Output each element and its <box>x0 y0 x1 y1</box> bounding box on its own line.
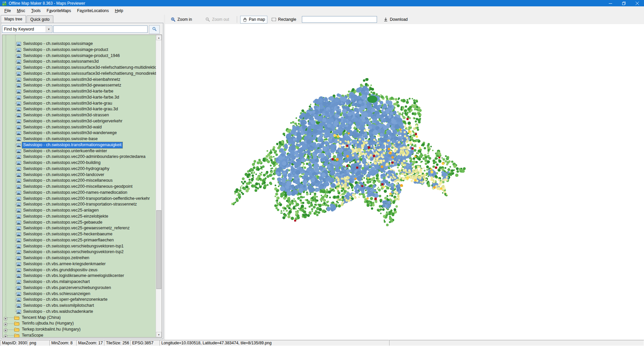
expand-plus-icon[interactable] <box>4 316 7 319</box>
map-image-icon <box>16 196 21 201</box>
tree-item-label: Swisstopo - ch.swisstopo.vec200-miscella… <box>22 184 133 190</box>
tree-item[interactable]: Swisstopo - ch.swisstopo.swissimage-prod… <box>2 53 156 59</box>
tree-item-label: Swisstopo - ch.vbs.grunddispositiv-zeus <box>22 267 99 273</box>
tree-item[interactable]: Swisstopo - ch.swisstopo.swisstlm3d-stra… <box>2 112 156 118</box>
tree-item[interactable]: Swisstopo - ch.swisstopo.vec200-transpor… <box>2 201 156 208</box>
map-image-icon <box>16 71 21 76</box>
tree-item[interactable]: Swisstopo - ch.swisstopo.vec25-einzelobj… <box>2 214 156 220</box>
tree-item[interactable]: Swisstopo - ch.swisstopo.swisstlm3d-eise… <box>2 77 156 83</box>
menu-item-file[interactable]: File <box>1 7 14 14</box>
map-image-icon <box>16 226 21 231</box>
expand-plus-icon[interactable] <box>4 334 7 337</box>
combo-dropdown-icon[interactable]: ▼ <box>46 26 52 32</box>
tree-item[interactable]: Swisstopo - ch.swisstopo.swissnames3d <box>2 59 156 65</box>
expand-plus-icon[interactable] <box>4 322 7 325</box>
map-canvas[interactable] <box>165 24 644 340</box>
map-image-icon <box>16 125 21 130</box>
tree-item[interactable]: Swisstopo - ch.swisstopo.verschiebungsve… <box>2 249 156 255</box>
tree-item-label: Terinfo.ujbuda.hu (Hungary) <box>21 321 75 327</box>
tree-folder[interactable]: TerraScope <box>2 333 156 337</box>
tree-item[interactable]: Swisstopo - ch.swisstopo.transformations… <box>2 142 156 148</box>
search-input[interactable] <box>53 25 148 33</box>
tree-item[interactable]: Swisstopo - ch.swisstopo.zeitreihen <box>2 255 156 261</box>
download-button[interactable]: Download <box>381 16 410 23</box>
status-cell-filler <box>389 340 644 346</box>
tree-item[interactable]: Swisstopo - ch.swisstopo.swisstlm3d-gewa… <box>2 82 156 89</box>
tree-item[interactable]: Swisstopo - ch.swisstopo.vec200-building <box>2 160 156 166</box>
tree-item[interactable]: Swisstopo - ch.swisstopo.swisstlm3d-uebr… <box>2 118 156 124</box>
tree-item[interactable]: Swisstopo - ch.swisstopo.swisstlm3d-wald <box>2 124 156 130</box>
tree-item[interactable]: Swisstopo - ch.swisstopo.vec200-names-na… <box>2 190 156 196</box>
tree-item[interactable]: Swisstopo - ch.swisstopo.swissimage <box>2 41 156 47</box>
tree-item[interactable]: Swisstopo - ch.swisstopo.swisstlm3d-kart… <box>2 95 156 101</box>
map-image-icon <box>16 113 21 118</box>
rectangle-button[interactable]: Rectangle <box>269 16 299 23</box>
tree-item[interactable]: Swisstopo - ch.vbs.swissmilpilotschart <box>2 303 156 309</box>
tree-item[interactable]: Swisstopo - ch.swisstopo.vec200-miscella… <box>2 184 156 190</box>
tree-item[interactable]: Swisstopo - ch.swisstopo.vec25-anlagen <box>2 208 156 214</box>
tree-item-label: Swisstopo - ch.swisstopo.swisstlm3d-kart… <box>22 89 114 95</box>
close-button[interactable] <box>631 0 644 6</box>
tree-item-label: Swisstopo - ch.swisstopo.swisstlm3d-kart… <box>22 106 119 112</box>
tree-scrollbar[interactable]: ▲ ▼ <box>156 35 162 337</box>
menu-item-misc[interactable]: Misc <box>14 7 28 14</box>
tab-maps-tree[interactable]: Maps tree <box>1 15 26 23</box>
tree-item-label: Swisstopo - ch.swisstopo.swisstlm3d-kart… <box>22 101 113 107</box>
tree-item-label: Swisstopo - ch.swisstopo.transformations… <box>22 142 122 148</box>
tree-item[interactable]: Swisstopo - ch.vbs.panzerverschiebungsro… <box>2 285 156 291</box>
tree-item[interactable]: Swisstopo - ch.swisstopo.vec200-miscella… <box>2 178 156 184</box>
menu-item-tools[interactable]: Tools <box>28 7 44 14</box>
tree-folder[interactable]: Tencent Map (China) <box>2 315 156 321</box>
menu-item-favoritemaps[interactable]: FavoriteMaps <box>44 7 74 14</box>
status-bar: MapsID: 3930pngMinZoom: 8MaxZoom: 17Tile… <box>0 340 644 346</box>
tab-quick-goto[interactable]: Quick goto <box>26 15 53 23</box>
scroll-down-icon[interactable]: ▼ <box>156 332 162 337</box>
zoom-in-button[interactable]: Zoom in <box>168 16 194 23</box>
tree-item-label: Swisstopo - ch.swisstopo.vec25-anlagen <box>22 208 100 214</box>
tree-item[interactable]: Swisstopo - ch.swisstopo.vec25-gewaesser… <box>2 225 156 231</box>
tree-folder[interactable]: Terkep.torokbalint.hu (Hungary) <box>2 327 156 333</box>
tree-item[interactable]: Swisstopo - ch.swisstopo.swisssurface3d-… <box>2 71 156 77</box>
tree-item-label: Swisstopo - ch.vbs.waldschadenkarte <box>22 309 94 315</box>
tree-item[interactable]: Swisstopo - ch.swisstopo.swisstne-base <box>2 136 156 142</box>
tree-item[interactable]: Swisstopo - ch.swisstopo.vec200-adminbou… <box>2 154 156 160</box>
map-image-icon <box>16 149 21 154</box>
tree-item[interactable]: Swisstopo - ch.swisstopo.swissimage-prod… <box>2 47 156 53</box>
tree-item[interactable]: Swisstopo - ch.swisstopo.unterkuenfte-wi… <box>2 148 156 154</box>
tree-item[interactable]: Swisstopo - ch.swisstopo.verschiebungsve… <box>2 243 156 249</box>
tree-item[interactable]: Swisstopo - ch.vbs.grunddispositiv-zeus <box>2 267 156 273</box>
scroll-up-icon[interactable]: ▲ <box>156 35 162 40</box>
tree-item[interactable]: Swisstopo - ch.swisstopo.vec25-gebaeude <box>2 220 156 226</box>
menu-item-favoritelocations[interactable]: FavoriteLocations <box>74 7 112 14</box>
tree-item[interactable]: Swisstopo - ch.swisstopo.swisstlm3d-kart… <box>2 89 156 95</box>
tree-item[interactable]: Swisstopo - ch.swisstopo.vec200-hydrogra… <box>2 166 156 172</box>
toolbar-input[interactable] <box>302 16 377 23</box>
pan-map-button[interactable]: Pan map <box>240 16 267 23</box>
expand-plus-icon[interactable] <box>4 328 7 331</box>
window-controls <box>604 0 644 6</box>
zoom-out-label: Zoom out <box>212 17 229 22</box>
menu-item-help[interactable]: Help <box>112 7 126 14</box>
tree-item-label: Swisstopo - ch.swisstopo.swisssurface3d-… <box>22 65 156 71</box>
scrollbar-thumb[interactable] <box>156 210 161 289</box>
tree-item[interactable]: Swisstopo - ch.swisstopo.vec25-heckenbae… <box>2 231 156 237</box>
tree-item[interactable]: Swisstopo - ch.swisstopo.vec200-landcove… <box>2 172 156 178</box>
tree-item[interactable]: Swisstopo - ch.vbs.milairspacechart <box>2 279 156 285</box>
tree-item[interactable]: Swisstopo - ch.vbs.sperr-gefahrenzonenka… <box>2 297 156 303</box>
restore-button[interactable] <box>617 0 631 6</box>
tree-item[interactable]: Swisstopo - ch.vbs.schiessanzeigen <box>2 291 156 297</box>
tree-item-label: Swisstopo - ch.swisstopo.swissimage-prod… <box>22 47 109 53</box>
tree-item[interactable]: Swisstopo - ch.swisstopo.swisstlm3d-kart… <box>2 101 156 107</box>
tree-item[interactable]: Swisstopo - ch.swisstopo.vec25-primaerfl… <box>2 237 156 243</box>
find-mode-combo[interactable]: Find by Keyword ▼ <box>2 25 52 33</box>
tree-item[interactable]: Swisstopo - ch.swisstopo.swisstlm3d-kart… <box>2 106 156 112</box>
tree-item[interactable]: Swisstopo - ch.vbs.armee-kriegsdenkmaele… <box>2 261 156 267</box>
tree-item[interactable]: Swisstopo - ch.vbs.waldschadenkarte <box>2 309 156 315</box>
tree-folder[interactable]: Terinfo.ujbuda.hu (Hungary) <box>2 321 156 327</box>
tree-item[interactable]: Swisstopo - ch.swisstopo.swisssurface3d-… <box>2 65 156 71</box>
tree-item[interactable]: Swisstopo - ch.vbs.logistikraeume-armeel… <box>2 273 156 279</box>
tree-item[interactable]: Swisstopo - ch.swisstopo.vec200-transpor… <box>2 196 156 202</box>
tree-item[interactable]: Swisstopo - ch.swisstopo.swisstlm3d-wand… <box>2 130 156 136</box>
search-button[interactable] <box>149 25 160 34</box>
minimize-button[interactable] <box>604 0 617 6</box>
